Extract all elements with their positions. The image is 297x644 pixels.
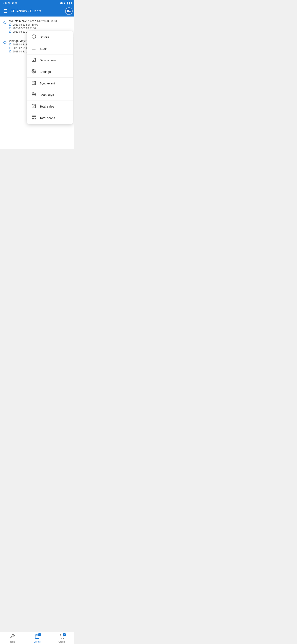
svg-rect-10 bbox=[33, 60, 34, 61]
menu-item-total-scans[interactable]: Total scans bbox=[27, 112, 73, 124]
svg-rect-27 bbox=[35, 116, 35, 117]
event-title-1: Mountain bike "Steep hill" 2023-03-31 bbox=[9, 20, 57, 23]
context-menu: Details Stock bbox=[27, 31, 73, 124]
event-date-1a: 2023-03-31 from 10:00 bbox=[13, 23, 38, 26]
circle-center: ⬤ bbox=[60, 2, 63, 4]
menu-item-total-sales[interactable]: Total sales bbox=[27, 101, 73, 112]
battery-icon: ▮ bbox=[70, 2, 72, 4]
signal-icon: ▐▐ bbox=[66, 2, 70, 4]
settings-indicator: ⚙ bbox=[15, 2, 17, 4]
stock-icon bbox=[31, 46, 36, 52]
status-time: 3:25 bbox=[5, 2, 10, 4]
svg-rect-26 bbox=[32, 116, 33, 117]
sync-event-icon bbox=[31, 80, 36, 86]
sync-event-label: Sync event bbox=[40, 82, 55, 85]
circle-indicator: ● bbox=[2, 2, 4, 4]
event-date-row-1a: 🗓 2023-03-31 from 10:00 bbox=[9, 23, 57, 26]
clock-icon-1c: 🗓 bbox=[9, 30, 11, 33]
app-bar-title: FE Admin - Events bbox=[11, 9, 63, 14]
clock-icon-2a: 🗓 bbox=[9, 43, 11, 46]
total-sales-icon bbox=[31, 104, 36, 109]
svg-point-17 bbox=[32, 94, 33, 95]
details-icon bbox=[31, 34, 36, 40]
stock-label: Stock bbox=[40, 47, 47, 50]
clock-icon-1a: 🗓 bbox=[9, 23, 11, 26]
event-date-row-1b: 🗓 2023-02-01 00:00:00 bbox=[9, 27, 57, 30]
event-date-1b: 2023-02-01 00:00:00 bbox=[13, 27, 36, 30]
menu-item-scan-keys[interactable]: Scan keys bbox=[27, 89, 73, 101]
total-scans-icon bbox=[31, 115, 36, 121]
menu-item-stock[interactable]: Stock bbox=[27, 43, 73, 54]
wifi-icon: ▲ bbox=[63, 2, 66, 4]
details-label: Details bbox=[40, 35, 49, 39]
event-details-1: Mountain bike "Steep hill" 2023-03-31 🗓 … bbox=[9, 20, 57, 33]
status-bar-left: ● 3:25 ▣ ⚙ bbox=[2, 2, 17, 4]
menu-item-date-of-sale[interactable]: Date of sale bbox=[27, 54, 73, 66]
total-scans-label: Total scans bbox=[40, 116, 55, 120]
svg-rect-28 bbox=[32, 118, 33, 119]
main-content: ◇ Mountain bike "Steep hill" 2023-03-31 … bbox=[0, 16, 74, 148]
user-avatar[interactable]: Fa bbox=[65, 8, 73, 15]
clock-icon-2c: 🗓 bbox=[9, 50, 11, 53]
sim-icon: ▣ bbox=[12, 2, 14, 4]
clock-icon-1b: 🗓 bbox=[9, 27, 11, 30]
status-bar-right: ⬤ ▲ ▐▐ ▮ bbox=[60, 2, 72, 4]
menu-item-sync-event[interactable]: Sync event bbox=[27, 78, 73, 89]
total-sales-label: Total sales bbox=[40, 105, 54, 108]
svg-point-11 bbox=[33, 70, 34, 72]
settings-label: Settings bbox=[40, 70, 51, 74]
status-bar: ● 3:25 ▣ ⚙ ⬤ ▲ ▐▐ ▮ bbox=[0, 0, 74, 6]
menu-item-settings[interactable]: Settings bbox=[27, 66, 73, 78]
date-of-sale-label: Date of sale bbox=[40, 58, 56, 62]
scan-keys-label: Scan keys bbox=[40, 93, 54, 96]
svg-rect-6 bbox=[32, 58, 36, 62]
settings-icon bbox=[31, 69, 36, 74]
scan-keys-icon bbox=[31, 92, 36, 98]
event-icon-2: ◇ bbox=[3, 40, 6, 44]
menu-button[interactable]: ☰ bbox=[2, 7, 9, 15]
clock-icon-2b: 🗓 bbox=[9, 46, 11, 50]
app-bar: ☰ FE Admin - Events Fa bbox=[0, 6, 74, 16]
event-icon-1: ◇ bbox=[3, 20, 6, 25]
svg-rect-25 bbox=[34, 118, 35, 119]
date-of-sale-icon bbox=[31, 58, 36, 63]
menu-item-details[interactable]: Details bbox=[27, 31, 73, 43]
